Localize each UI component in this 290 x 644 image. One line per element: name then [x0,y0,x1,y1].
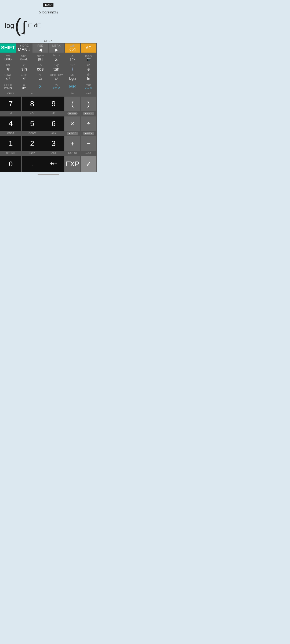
exp-button[interactable]: EXP [64,156,80,172]
plus-button[interactable]: + [64,136,80,151]
label-fact: n! [0,111,21,116]
label-inf: ∞ [21,92,43,96]
drg-button[interactable]: hyp DRG [0,53,16,63]
label-abs: abs [43,131,64,136]
label-ncr: nCr [21,111,43,116]
label-exp-si: EXP SI [64,151,81,156]
camera-button[interactable]: logₓy 📷 [81,53,97,63]
three-button[interactable]: 3 [43,136,64,151]
keyboard-row-bottom: 0 . +/− EXP ✓ [0,156,97,172]
dms-button[interactable]: CPLX D°M′S [0,82,16,92]
label-row-456: n! nCr nPr ►BIN ►OCT [0,111,97,116]
cos-button[interactable]: ³√x cos [32,63,48,72]
integral-lower: 7 [23,32,25,36]
left-arrow-button[interactable]: FSE ◀ [32,43,48,53]
label-oct: ►OCT [81,111,97,116]
label-hex: ►HEX [81,131,97,136]
log-text: log [5,21,14,30]
e-button[interactable]: eˣ e [81,63,97,72]
label-ran: ran# [21,151,43,156]
eight-button[interactable]: 8 [21,96,43,111]
expression-top: 5 log(sin(□)) [3,10,94,14]
nine-button[interactable]: 9 [43,96,64,111]
label-cplx: CPLX [0,92,21,96]
integral-button[interactable]: ∠ ∫ dx [64,53,81,63]
xym-button[interactable]: % XY,M [48,82,64,92]
xinv-button[interactable]: STAT x⁻¹ [0,72,16,82]
big-paren: ( [15,16,21,35]
divide-button[interactable]: ÷ [81,116,97,131]
right-arrow-button[interactable]: MTRX ▶ [48,43,64,53]
keyboard-row-3: STAT x⁻¹ a b/c x² Y √x HISTORY xʸ M+ log… [0,72,97,82]
menu-button[interactable]: ►DRG MENU [16,43,32,53]
xe-button[interactable]: sin⁻¹ x⟺E [16,53,32,63]
label-bin: ►BIN [64,111,81,116]
label-empty1 [43,92,64,96]
label-npr: nPr [43,111,64,116]
integrand-box2 [38,24,41,27]
label-row-bottom: OTHER ran# Ans EXP SI =,<,> [0,151,97,156]
keyboard-row-0: SHIFT ►DRG MENU FSE ◀ MTRX ▶ d/dx ⌫ AC [0,43,97,53]
mr-button[interactable]: MR [64,82,81,92]
five-button[interactable]: 5 [21,116,43,131]
open-paren-button[interactable]: ( [64,96,80,111]
two-button[interactable]: 2 [21,136,43,151]
tan-button[interactable]: ˣ√y tan [48,63,64,72]
keyboard-row-789: 7 8 9 ( ) [0,96,97,111]
label-cnst: CNST [0,131,21,136]
matrix-button[interactable]: cos⁻¹ [⊞] [32,53,48,63]
label-conv: CONV [21,131,43,136]
label-row-123: CNST CONV abs ►DEC ►HEX [0,131,97,136]
plusminus-button[interactable]: +/− [43,156,64,172]
bottom-bar [0,172,97,177]
label-ans: Ans [43,151,64,156]
backspace-button[interactable]: d/dx ⌫ [64,43,81,53]
minus-button[interactable]: − [81,136,97,151]
seven-button[interactable]: 7 [0,96,21,111]
label-dec: ►DEC [64,131,81,136]
x2-button[interactable]: a b/c x² [16,72,32,82]
ac-button[interactable]: AC [81,43,97,53]
integrand-block: d [28,22,42,29]
dc-button[interactable]: ∞ d/c [16,82,32,92]
x-button[interactable]: X [32,82,48,92]
sigma-button[interactable]: tan⁻¹ Σ [48,53,64,63]
rad-badge: RAD [43,3,53,7]
keyboard-row-456: 4 5 6 × ÷ [0,116,97,131]
integral-block: ∫ 7 [22,19,26,36]
label-mod: mod [81,92,97,96]
sin-button[interactable]: x³ sin [16,63,32,72]
label-row-789: CPLX ∞ % mod [0,92,97,96]
dot-button[interactable]: . [21,156,43,172]
xy-button[interactable]: HISTORY xʸ [48,72,64,82]
label-other: OTHER [0,151,21,156]
ln-button[interactable]: M− ln [81,72,97,82]
sqrt-button[interactable]: Y √x [32,72,48,82]
keyboard-row-123: 1 2 3 + − [0,136,97,151]
close-paren-button[interactable]: ) [81,96,97,111]
multiply-button[interactable]: × [64,116,80,131]
cplx-label-top: CPLX [0,38,97,43]
keyboard-row-2: lim π x³ sin ³√x cos ˣ√y tan 10ˣ i eˣ e [0,63,97,72]
integrand-box1 [28,24,32,27]
i-button[interactable]: 10ˣ i [64,63,81,72]
keyboard: SHIFT ►DRG MENU FSE ◀ MTRX ▶ d/dx ⌫ AC h… [0,43,97,172]
integral-sign: ∫ [22,19,26,33]
pi-button[interactable]: lim π [0,63,16,72]
display-area: RAD 5 log(sin(□)) log ( ∫ 7 d [0,0,97,38]
one-button[interactable]: 1 [0,136,21,151]
expression-main: log ( ∫ 7 d [3,15,94,36]
keyboard-row-4: CPLX D°M′S ∞ d/c X % XY,M MR mod x→M [0,82,97,92]
six-button[interactable]: 6 [43,116,64,131]
four-button[interactable]: 4 [0,116,21,131]
label-percent: % [64,92,81,96]
check-button[interactable]: ✓ [81,156,97,172]
log10-button[interactable]: M+ log₁₀ [64,72,81,82]
xm-button[interactable]: mod x→M [81,82,97,92]
bottom-indicator [38,174,59,175]
zero-button[interactable]: 0 [0,156,21,172]
shift-button[interactable]: SHIFT [0,43,16,53]
keyboard-row-1: hyp DRG sin⁻¹ x⟺E cos⁻¹ [⊞] tan⁻¹ Σ ∠ ∫ … [0,53,97,63]
label-eq-lt-gt: =,<,> [81,151,97,156]
